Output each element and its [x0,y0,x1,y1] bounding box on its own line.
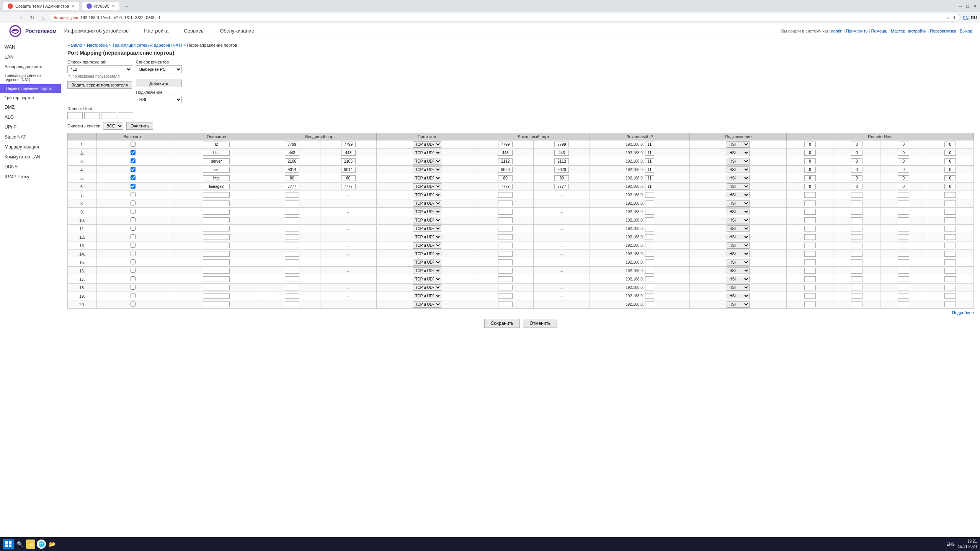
in-port-from[interactable] [285,158,299,164]
rh4-input[interactable] [944,293,956,299]
rh1-input[interactable] [804,142,816,147]
reload-button[interactable]: ↻ [28,14,37,21]
loc-ip-last[interactable] [645,167,654,173]
rh4-input[interactable] [944,217,956,223]
more-link[interactable]: Подробнее [67,310,974,315]
loc-port-from[interactable] [498,217,513,223]
loc-port-from[interactable] [498,192,513,198]
proto-select[interactable]: TCP и UDP [413,200,441,207]
sidebar-item-wireless[interactable]: Беспроводная сеть [0,62,61,71]
filter-select[interactable]: ВСЕ [103,122,123,130]
app-list-select[interactable]: *L2 [67,65,132,73]
row-checkbox[interactable] [131,184,136,189]
conn-select[interactable]: HSI [727,192,750,198]
taskbar-folder-icon[interactable]: 📂 [47,540,57,548]
nav-item-maintenance[interactable]: Обслуживание [212,24,262,38]
row-checkbox[interactable] [131,201,136,205]
rh4-input[interactable] [944,192,956,198]
conn-select[interactable]: HSI [727,150,750,156]
rh3-input[interactable] [898,293,909,299]
home-button[interactable]: ⌂ [39,14,47,21]
conn-select[interactable]: HSI [727,293,750,299]
rh3-input[interactable] [898,217,909,223]
proto-select[interactable]: TCP и UDP [413,301,441,308]
in-port-from[interactable] [285,209,299,215]
sidebar-item-porttrigger[interactable]: Триггер портов [0,93,61,102]
in-port-from[interactable] [285,234,299,240]
rh1-input[interactable] [804,150,816,156]
loc-ip-last[interactable] [645,276,654,282]
loc-port-from[interactable] [498,142,513,147]
proto-select[interactable]: TCP и UDP [413,183,441,190]
loc-port-from[interactable] [498,175,513,181]
rh3-input[interactable] [898,226,909,231]
nav-item-settings[interactable]: Настройка [136,24,176,38]
lang-en-button[interactable]: EN [963,15,969,20]
cancel-button[interactable]: Отменить [523,319,557,328]
conn-select[interactable]: HSI [727,175,750,181]
loc-port-from[interactable] [498,150,513,156]
rh4-input[interactable] [944,142,956,147]
rh2-input[interactable] [851,268,862,274]
minimize-button[interactable]: ─ [959,4,962,9]
rh3-input[interactable] [898,234,909,240]
rh3-input[interactable] [898,192,909,198]
loc-ip-last[interactable] [645,243,654,248]
conn-select[interactable]: HSI [727,166,750,173]
row-checkbox[interactable] [131,234,136,239]
wizard-link[interactable]: Мастер настройки [891,29,926,33]
row-checkbox[interactable] [131,302,136,306]
loc-ip-last[interactable] [645,268,654,274]
in-port-from[interactable] [285,175,299,181]
rh2-input[interactable] [851,192,862,198]
loc-port-from[interactable] [498,268,513,274]
breadcrumb-nat[interactable]: Трансляция сетевых адресов (NAT) [113,43,182,47]
rh1-input[interactable] [804,251,816,257]
conn-select[interactable]: HSI [727,259,750,266]
download-icon[interactable]: ⬇ [952,15,956,20]
loc-ip-last[interactable] [645,217,654,223]
rh2-input[interactable] [851,217,862,223]
loc-ip-last[interactable] [645,150,654,156]
proto-select[interactable]: TCP и UDP [413,158,441,165]
logout-link[interactable]: Выход [960,29,972,33]
rh2-input[interactable] [851,150,862,156]
rh1-input[interactable] [804,285,816,290]
rh4-input[interactable] [944,209,956,215]
loc-ip-last[interactable] [645,251,654,257]
desc-input[interactable] [203,276,230,282]
rh4-input[interactable] [944,175,956,181]
conn-select[interactable]: HSI [727,267,750,274]
in-port-from[interactable] [285,251,299,257]
loc-port-from[interactable] [498,302,513,307]
desc-input[interactable] [203,251,230,257]
proto-select[interactable]: TCP и UDP [413,234,441,240]
loc-ip-last[interactable] [645,158,654,164]
sidebar-item-ddns[interactable]: DDNS [0,162,61,172]
row-checkbox[interactable] [131,150,136,155]
desc-input[interactable] [203,175,230,181]
row-checkbox[interactable] [131,158,136,163]
rh3-input[interactable] [898,276,909,282]
rh4-input[interactable] [944,150,956,156]
rh4-input[interactable] [944,243,956,248]
rh1-input[interactable] [804,167,816,173]
conn-select[interactable]: HSI [727,251,750,257]
loc-port-to[interactable] [554,158,569,164]
proto-select[interactable]: TCP и UDP [413,242,441,249]
proto-select[interactable]: TCP и UDP [413,141,441,148]
proto-select[interactable]: TCP и UDP [413,225,441,232]
rh4-input[interactable] [944,268,956,274]
taskbar-chrome-icon[interactable]: 🌐 [37,540,46,548]
loc-port-to[interactable] [554,167,569,173]
loc-port-to[interactable] [554,150,569,156]
desc-input[interactable] [203,142,230,147]
rh4-input[interactable] [944,167,956,173]
row-checkbox[interactable] [131,276,136,281]
taskbar-start-button[interactable] [3,539,14,548]
in-port-from[interactable] [285,285,299,290]
rh2-input[interactable] [851,251,862,257]
rh3-input[interactable] [898,285,909,290]
proto-select[interactable]: TCP и UDP [413,175,441,181]
loc-ip-last[interactable] [645,175,654,181]
